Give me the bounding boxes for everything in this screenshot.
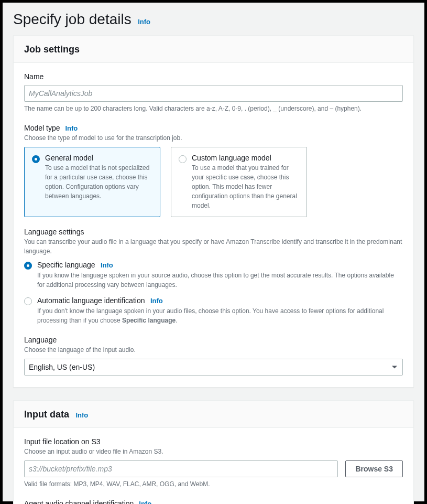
s3-input[interactable] (24, 460, 338, 477)
radio-icon (32, 155, 40, 163)
specific-language-title: Specific language (37, 261, 95, 269)
auto-language-info-link[interactable]: Info (150, 297, 163, 305)
general-model-desc: To use a model that is not specialized f… (45, 163, 152, 201)
model-type-custom-tile[interactable]: Custom language model To use a model tha… (171, 147, 307, 217)
model-type-info-link[interactable]: Info (65, 124, 78, 132)
language-label: Language (24, 336, 403, 344)
language-select[interactable]: English, US (en-US) (24, 359, 403, 376)
input-data-panel: Input data Info Input file location on S… (13, 400, 414, 504)
agent-channel-label: Agent audio channel identification (24, 499, 134, 504)
job-settings-title: Job settings (24, 44, 80, 55)
chevron-down-icon (392, 366, 397, 369)
input-data-info-link[interactable]: Info (75, 411, 88, 419)
custom-model-title: Custom language model (192, 154, 299, 162)
language-hint: Choose the language of the input audio. (24, 345, 403, 355)
language-settings-hint: You can transcribe your audio file in a … (24, 237, 403, 256)
input-data-title: Input data (24, 409, 69, 420)
radio-icon (179, 155, 187, 163)
name-hint: The name can be up to 200 characters lon… (24, 104, 403, 113)
model-type-general-tile[interactable]: General model To use a model that is not… (24, 147, 160, 217)
auto-language-radio[interactable]: Automatic language identification Info I… (24, 296, 403, 325)
page-info-link[interactable]: Info (138, 18, 150, 26)
agent-channel-info-link[interactable]: Info (139, 500, 151, 504)
language-select-value: English, US (en-US) (29, 363, 95, 371)
s3-formats-hint: Valid file formats: MP3, MP4, WAV, FLAC,… (24, 479, 403, 489)
name-input[interactable] (24, 85, 403, 102)
language-settings-label: Language settings (24, 228, 403, 236)
auto-language-desc: If you don't know the language spoken in… (37, 306, 403, 325)
specific-language-desc: If you know the language spoken in your … (37, 271, 403, 289)
s3-hint: Choose an input audio or video file in A… (24, 447, 403, 456)
model-type-label: Model type (24, 124, 60, 132)
specific-language-radio[interactable]: Specific language Info If you know the l… (24, 260, 403, 289)
custom-model-desc: To use a model that you trained for your… (192, 163, 299, 210)
general-model-title: General model (45, 154, 152, 162)
name-label: Name (24, 72, 403, 81)
radio-icon (24, 297, 32, 305)
auto-language-title: Automatic language identification (37, 296, 145, 305)
model-type-hint: Choose the type of model to use for the … (24, 133, 403, 143)
radio-icon (24, 262, 32, 270)
page-title: Specify job details (13, 11, 132, 27)
specific-language-info-link[interactable]: Info (101, 261, 113, 269)
s3-label: Input file location on S3 (24, 437, 403, 446)
browse-s3-button[interactable]: Browse S3 (345, 460, 403, 477)
job-settings-panel: Job settings Name The name can be up to … (13, 35, 414, 388)
